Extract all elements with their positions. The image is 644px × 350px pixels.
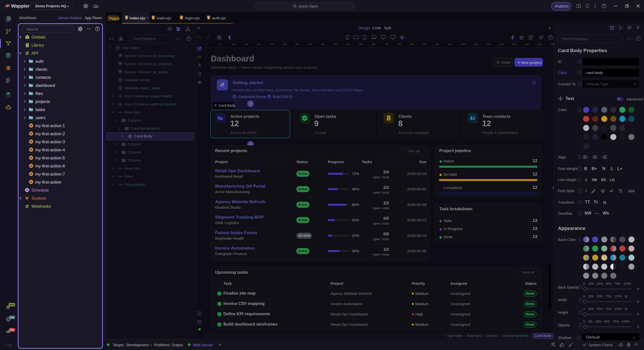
svg-text:T: T <box>197 56 199 59</box>
svg-text:T: T <box>199 55 201 59</box>
